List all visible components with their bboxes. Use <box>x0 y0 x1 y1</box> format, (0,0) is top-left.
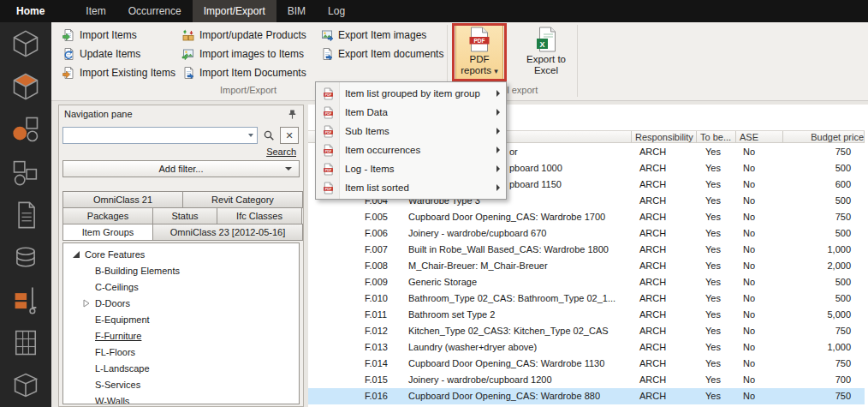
tab-home[interactable]: Home <box>5 0 56 22</box>
occurrence-cluster-icon[interactable] <box>0 151 51 194</box>
cell-ase: No <box>736 388 783 404</box>
search-link[interactable]: Search <box>266 147 296 157</box>
tab-item[interactable]: Item <box>74 0 116 22</box>
tab-import-export[interactable]: Import/Export <box>193 0 276 22</box>
export-item-images-button[interactable]: Export Item images <box>317 26 447 45</box>
cell-name: Generic Storage <box>407 274 632 290</box>
cell-ase: No <box>736 160 783 177</box>
cell-price: 750 <box>783 388 865 404</box>
cell-id: F.016 <box>360 388 407 404</box>
update-items-button[interactable]: Update Items <box>58 45 179 63</box>
cell-id: F.014 <box>360 356 407 372</box>
expander-expanded-icon[interactable] <box>72 250 82 259</box>
trolley-icon[interactable] <box>0 278 51 321</box>
grid-icon[interactable] <box>0 321 51 364</box>
cell-tobe: Yes <box>697 160 736 177</box>
submenu-arrow-icon <box>496 184 500 191</box>
import-items-button[interactable]: Import Items <box>58 26 179 45</box>
cell-price: 750 <box>783 323 865 339</box>
cell-resp: ARCH <box>632 339 697 356</box>
pdf-file-icon <box>320 106 336 119</box>
table-row[interactable]: F.010Bathroom_Type 02_CAS: Bathroom_Type… <box>308 290 865 307</box>
import-item-documents-button[interactable]: Import Item Documents <box>178 63 310 82</box>
table-row[interactable]: F.013Laundry (washer+dryer above)ARCHYes… <box>308 339 865 356</box>
filter-tab-omniclass-23[interactable]: OmniClass 23 [2012-05-16] <box>152 224 303 241</box>
pin-icon[interactable] <box>287 109 298 120</box>
tree-item-l-landscape[interactable]: L-Landscape <box>63 360 299 376</box>
header-responsibility[interactable]: Responsibility <box>632 131 697 142</box>
filter-tab-revit-category[interactable]: Revit Category <box>182 191 303 208</box>
cell-gutter <box>308 307 360 323</box>
pdf-menu-item[interactable]: Item list sorted <box>316 178 506 197</box>
table-row[interactable]: F.008M_Chair-Breuer: M_Chair-BreuerARCHY… <box>308 258 865 274</box>
clear-search-button[interactable]: ✕ <box>280 127 299 144</box>
table-row[interactable]: F.016Cupboard Door Opening_CAS: Wardrobe… <box>308 388 865 404</box>
cell-id: F.005 <box>360 209 407 225</box>
cell-id: F.007 <box>360 242 407 258</box>
pdf-menu-item[interactable]: Log - Items <box>316 159 506 178</box>
tree-item-e-equipment[interactable]: E-Equipment <box>63 311 299 327</box>
filter-tab-ifc-classes[interactable]: Ifc Classes <box>217 207 302 224</box>
cell-price: 500 <box>783 225 865 242</box>
tree-item-s-services[interactable]: S-Services <box>63 376 299 392</box>
tree-item-b-building-elements[interactable]: B-Building Elements <box>63 262 299 278</box>
tree-item-f-furniture[interactable]: F-Furniture <box>63 327 299 344</box>
tree-item-label: W-Walls <box>92 396 129 405</box>
header-budget-price[interactable]: Budget price <box>783 131 865 142</box>
import-images-to-items-button[interactable]: Import images to Items <box>178 45 310 63</box>
filter-tab-packages[interactable]: Packages <box>62 207 153 224</box>
model-cube-orange-icon[interactable] <box>0 65 51 108</box>
pdf-reports-button[interactable]: PDF reports ▾ <box>455 24 503 81</box>
tree-item-fl-floors[interactable]: FL-Floors <box>63 344 299 360</box>
table-row[interactable]: F.011Bathroom set Type 2ARCHYesNo5,000 <box>308 307 865 323</box>
table-row[interactable]: F.007Built in Robe_Wall Based_CAS: Wardr… <box>308 242 865 258</box>
cell-ase: No <box>736 290 783 307</box>
pdf-menu-item[interactable]: Sub Items <box>316 122 506 141</box>
import-existing-items-button[interactable]: Import Existing Items <box>58 63 179 82</box>
search-options-caret-icon[interactable] <box>248 134 253 137</box>
pdf-menu-item[interactable]: Item list grouped by item group <box>316 84 506 103</box>
table-row[interactable]: F.005Cupboard Door Opening_CAS: Wardrobe… <box>308 209 865 225</box>
cell-resp: ARCH <box>632 209 697 225</box>
pdf-menu-item[interactable]: Item Data <box>316 103 506 122</box>
coins-icon[interactable] <box>0 236 51 278</box>
documents-icon[interactable] <box>0 194 51 236</box>
tree-item-c-ceilings[interactable]: C-Ceilings <box>63 278 299 295</box>
export-item-documents-button[interactable]: Export Item documents <box>317 45 447 63</box>
filter-tab-item-groups[interactable]: Item Groups <box>62 224 153 241</box>
filter-tab-status[interactable]: Status <box>152 207 217 224</box>
table-row[interactable]: F.009Generic StorageARCHYesNo500 <box>308 274 865 290</box>
menu-item-label: Item occurrences <box>336 145 496 155</box>
model-cube-icon[interactable] <box>0 22 51 65</box>
cell-id: F.010 <box>360 290 407 307</box>
export-to-excel-button[interactable]: Export to Excel <box>522 24 570 81</box>
header-to-be[interactable]: To be... <box>697 131 736 142</box>
cell-price: 750 <box>783 356 865 372</box>
cell-resp: ARCH <box>632 388 697 404</box>
search-input[interactable] <box>62 127 258 144</box>
header-ase[interactable]: ASE <box>736 131 783 142</box>
import-update-products-button[interactable]: Import/update Products <box>178 26 310 45</box>
pdf-reports-menu: Item list grouped by item groupItem Data… <box>315 81 507 200</box>
table-row[interactable]: F.014Cupboard Door Opening_CAS: Wardrobe… <box>308 356 865 372</box>
item-group-tree: Core FeaturesB-Building ElementsC-Ceilin… <box>62 242 300 404</box>
table-row[interactable]: F.012Kitchen_Type 02_CAS3: Kitchen_Type … <box>308 323 865 339</box>
table-row[interactable]: F.006Joinery - wardrobe/cupboard 670ARCH… <box>308 225 865 242</box>
module-sidebar <box>0 22 51 407</box>
expander-collapsed-icon[interactable] <box>82 299 92 308</box>
tree-item-core-features[interactable]: Core Features <box>63 246 299 262</box>
tree-item-d-doors[interactable]: D-Doors <box>63 295 299 311</box>
package-box-icon[interactable] <box>0 364 51 407</box>
add-filter-dropdown[interactable]: Add filter... <box>62 160 300 177</box>
tree-item-w-walls[interactable]: W-Walls <box>63 392 299 404</box>
table-row[interactable]: F.015Joinery - wardrobe/cupboard 1200ARC… <box>308 372 865 388</box>
cell-gutter <box>308 242 360 258</box>
filter-tab-omniclass-21[interactable]: OmniClass 21 <box>62 191 183 208</box>
tab-bim[interactable]: BIM <box>276 0 317 22</box>
items-sphere-icon[interactable] <box>0 108 51 151</box>
search-button[interactable] <box>259 127 278 144</box>
cell-ase: No <box>736 323 783 339</box>
pdf-menu-item[interactable]: Item occurrences <box>316 141 506 159</box>
tab-occurrence[interactable]: Occurrence <box>117 0 193 22</box>
tab-log[interactable]: Log <box>317 0 356 22</box>
